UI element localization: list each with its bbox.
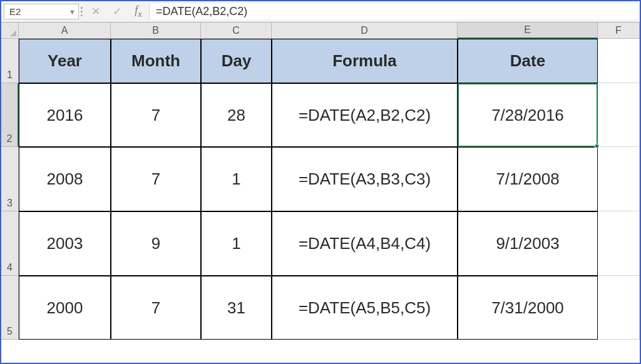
formula-input[interactable]: =DATE(A2,B2,C2)	[149, 4, 637, 19]
cell-D5[interactable]: =DATE(A5,B5,C5)	[272, 276, 458, 340]
enter-icon[interactable]: ✓	[106, 1, 128, 22]
row-header-4[interactable]: 4	[1, 211, 19, 276]
cell-A5[interactable]: 2000	[19, 276, 111, 340]
cell-B3[interactable]: 7	[111, 147, 201, 211]
cell-B1[interactable]: Month	[111, 39, 201, 83]
cell-D3[interactable]: =DATE(A3,B3,C3)	[272, 147, 458, 211]
cell-B5[interactable]: 7	[111, 276, 201, 340]
cell-D4[interactable]: =DATE(A4,B4,C4)	[272, 211, 458, 276]
cell-E4[interactable]: 9/1/2003	[458, 211, 598, 276]
row-headers: 1 2 3 4 5	[1, 39, 19, 363]
cell-E1[interactable]: Date	[458, 39, 598, 83]
cell-E3[interactable]: 7/1/2008	[458, 147, 598, 211]
cell-C1[interactable]: Day	[201, 39, 272, 83]
col-header-E[interactable]: E	[458, 23, 598, 39]
cell-B4[interactable]: 9	[111, 211, 201, 276]
cell-E2[interactable]: 7/28/2016	[458, 83, 598, 147]
cell-A4[interactable]: 2003	[19, 211, 111, 276]
cancel-icon[interactable]: ✕	[85, 1, 106, 22]
excel-window: E2 ▼ ✕ ✓ fx =DATE(A2,B2,C2) A B C D E F …	[0, 0, 641, 364]
cell-F4[interactable]	[598, 211, 640, 276]
col-header-A[interactable]: A	[19, 23, 111, 39]
cell-A3[interactable]: 2008	[19, 147, 111, 211]
separator	[79, 1, 85, 22]
cell-C5[interactable]: 31	[201, 276, 272, 340]
row-header-3[interactable]: 3	[1, 147, 19, 211]
cell-A2[interactable]: 2016	[19, 83, 111, 147]
cell-E5[interactable]: 7/31/2000	[458, 276, 598, 340]
cell-F1[interactable]	[598, 39, 640, 83]
cell-D2[interactable]: =DATE(A2,B2,C2)	[272, 83, 458, 147]
name-box-value: E2	[9, 6, 21, 17]
col-header-D[interactable]: D	[272, 23, 458, 39]
cell-A1[interactable]: Year	[19, 39, 111, 83]
column-headers: A B C D E F	[19, 23, 640, 39]
cell-F2[interactable]	[598, 83, 640, 147]
cell-grid: Year Month Day Formula Date 2016 7 28 =D…	[19, 39, 640, 363]
cell-F5[interactable]	[598, 276, 640, 340]
row-header-5[interactable]: 5	[1, 276, 19, 340]
cell-C2[interactable]: 28	[201, 83, 272, 147]
cell-C4[interactable]: 1	[201, 211, 272, 276]
cell-D1[interactable]: Formula	[272, 39, 458, 83]
col-header-B[interactable]: B	[111, 23, 201, 39]
cell-B2[interactable]: 7	[111, 83, 201, 147]
row-header-2[interactable]: 2	[1, 83, 19, 147]
row-header-1[interactable]: 1	[1, 39, 19, 83]
cell-E2-value: 7/28/2016	[491, 106, 564, 125]
cell-F3[interactable]	[598, 147, 640, 211]
select-all-corner[interactable]	[1, 23, 19, 39]
formula-bar: E2 ▼ ✕ ✓ fx =DATE(A2,B2,C2)	[1, 1, 640, 23]
col-header-C[interactable]: C	[201, 23, 272, 39]
name-box[interactable]: E2 ▼	[4, 4, 79, 19]
fx-icon[interactable]: fx	[128, 1, 149, 22]
worksheet: A B C D E F 1 2 3 4 5 Year Month Day For…	[1, 23, 640, 363]
cell-C3[interactable]: 1	[201, 147, 272, 211]
dropdown-icon[interactable]: ▼	[69, 8, 76, 16]
formula-text: =DATE(A2,B2,C2)	[156, 5, 247, 18]
col-header-F[interactable]: F	[598, 23, 640, 39]
